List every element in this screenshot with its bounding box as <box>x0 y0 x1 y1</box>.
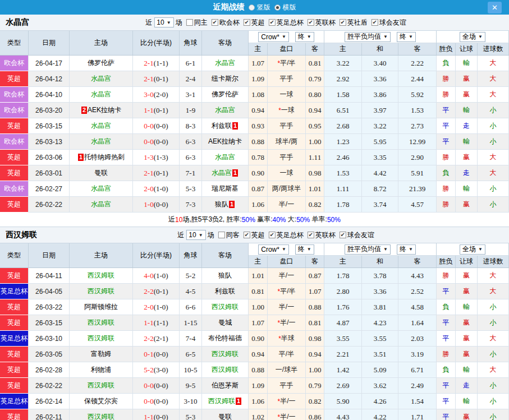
avg-draw: 5.09 <box>362 362 398 378</box>
chevron-down-icon: ▼ <box>409 34 413 39</box>
league-filter-checkbox[interactable] <box>269 232 276 238</box>
league-filter-checkbox[interactable] <box>372 19 378 26</box>
league-badge: 英超 <box>0 378 29 394</box>
odds-source-select[interactable]: Crow*▼ <box>258 32 289 42</box>
result-winlose: 負 <box>437 56 456 71</box>
score: 0-1(0-0) <box>133 347 180 362</box>
odds-home: 1.06 <box>249 197 268 213</box>
scope-select[interactable]: 全场▼ <box>460 244 485 255</box>
league-filter-checkbox[interactable] <box>308 232 314 238</box>
away-team-name: 西汉姆联 <box>212 349 239 359</box>
home-team-name: 利物浦 <box>91 365 111 375</box>
avg-win: 4.87 <box>324 315 362 331</box>
result-winlose: 平 <box>437 118 456 134</box>
home-team: 利物浦 <box>70 362 133 378</box>
table-row: 欧会杯26-02-27水晶宫2-0(1-0)5-3瑞尼斯基0.87两/两球半1.… <box>0 181 509 197</box>
column-header: 盘口 <box>268 256 306 267</box>
final-odds-select[interactable]: 终▼ <box>295 244 314 255</box>
odds-home: 1.08 <box>249 87 268 103</box>
match-date: 26-03-15 <box>29 315 70 331</box>
score: 2-1(0-1) <box>133 165 180 181</box>
result-winlose: 平 <box>437 284 456 299</box>
league-badge: 英超 <box>0 150 29 165</box>
result-handicap: 輸 <box>456 56 478 71</box>
result-winlose: 勝 <box>437 181 456 197</box>
score: 1-1(0-1) <box>133 103 180 118</box>
table-row: 欧会杯26-04-10水晶宫3-0(2-0)3-1佛罗伦萨1.08一球0.801… <box>0 87 509 103</box>
radio-vertical[interactable] <box>249 4 255 11</box>
scope-select[interactable]: 全场▼ <box>460 32 485 42</box>
odds-away: 1.01 <box>306 181 324 197</box>
same-venue-checkbox[interactable] <box>218 232 225 238</box>
home-team: 水晶宫 <box>70 181 133 197</box>
result-winlose: 勝 <box>437 347 456 362</box>
radio-horizontal[interactable] <box>274 4 281 11</box>
home-team-name: 佛罗伦萨 <box>88 58 114 68</box>
team-note-badge: 1 <box>232 169 238 177</box>
away-team-name: 布伦特福德 <box>208 334 242 343</box>
chevron-down-icon: ▼ <box>282 247 286 252</box>
close-icon[interactable]: ✕ <box>488 2 502 13</box>
avg-odds-select[interactable]: 胜平负均值▼ <box>345 32 391 42</box>
match-count-select[interactable]: 10▼ <box>186 230 205 240</box>
table-row: 英超26-03-05富勒姆0-1(0-0)6-5西汉姆联0.94平/半0.942… <box>0 347 509 362</box>
score: 2-1(0-1) <box>133 71 180 87</box>
avg-lose: 5.91 <box>398 165 437 181</box>
near-label: 近 <box>177 230 184 240</box>
match-date: 26-02-22 <box>29 197 70 213</box>
table-row: 英足总杯26-04-05西汉姆联2-2(0-1)4-5利兹联0.81*平/半1.… <box>0 284 509 299</box>
column-header: 主场 <box>70 243 133 267</box>
league-badge: 英超 <box>0 71 29 87</box>
away-team: 水晶宫 <box>202 56 249 71</box>
odds-away: 0.82 <box>306 197 324 213</box>
home-team: 水晶宫 <box>70 87 133 103</box>
column-header: 比分(半场) <box>133 243 180 267</box>
league-filter-checkbox[interactable] <box>212 19 218 26</box>
avg-draw: 3.55 <box>362 331 398 347</box>
final-odds-select[interactable]: 终▼ <box>295 32 314 42</box>
league-badge: 英超 <box>0 197 29 213</box>
league-filter-checkbox[interactable] <box>244 232 250 238</box>
odds-home: 0.90 <box>249 331 268 347</box>
avg-draw: 3.78 <box>362 268 398 284</box>
column-header: 胜负 <box>437 256 456 267</box>
avg-odds-select[interactable]: 胜平负均值▼ <box>345 244 391 255</box>
team-note-badge: 1 <box>232 122 238 130</box>
score: 2-2(0-1) <box>133 284 180 299</box>
league-filter-checkbox[interactable] <box>340 232 346 238</box>
away-team-name: 纽卡斯尔 <box>212 74 239 84</box>
handicap-line: 平/半 <box>268 347 306 362</box>
league-filter-checkbox[interactable] <box>308 19 314 26</box>
result-goals: 小 <box>478 378 509 394</box>
score: 1-3(1-3) <box>133 150 180 165</box>
home-team: 保顿艾尔宾 <box>70 394 133 409</box>
match-date: 26-03-01 <box>29 165 70 181</box>
avg-draw: 3.35 <box>362 150 398 165</box>
score: 1-0(0-0) <box>133 197 180 213</box>
league-filter-label: 英足总杯 <box>277 230 304 240</box>
odds-source-select[interactable]: Crow*▼ <box>258 244 289 255</box>
handicap-line: 半/一 <box>268 299 306 315</box>
odds-away: 0.88 <box>306 299 324 315</box>
match-count-select[interactable]: 10▼ <box>154 17 173 27</box>
final-avg-select[interactable]: 终▼ <box>397 32 416 42</box>
avg-lose: 2.22 <box>398 56 437 71</box>
filter-bar: 近10▼场同主欧会杯英超英足总杯英联杯英社盾球会友谊 <box>145 17 406 27</box>
league-badge: 英足总杯 <box>0 331 29 347</box>
radio-vertical-label: 竖版 <box>257 3 270 12</box>
league-filter-label: 英社盾 <box>347 18 368 27</box>
league-filter-checkbox[interactable] <box>269 19 276 26</box>
avg-lose: 6.71 <box>398 362 437 378</box>
odds-away: 1.11 <box>306 150 324 165</box>
column-header: 客 <box>306 256 324 267</box>
avg-win: 2.69 <box>324 378 362 394</box>
odds-away: 0.86 <box>306 409 324 420</box>
league-filter-checkbox[interactable] <box>340 19 346 26</box>
same-venue-checkbox[interactable] <box>186 19 193 26</box>
avg-win: 1.11 <box>324 181 362 197</box>
league-filter-checkbox[interactable] <box>244 19 250 26</box>
corners: 6-5 <box>180 347 202 362</box>
odds-away: 1.00 <box>306 134 324 150</box>
final-avg-select[interactable]: 终▼ <box>397 244 416 255</box>
home-team: 水晶宫 <box>70 197 133 213</box>
